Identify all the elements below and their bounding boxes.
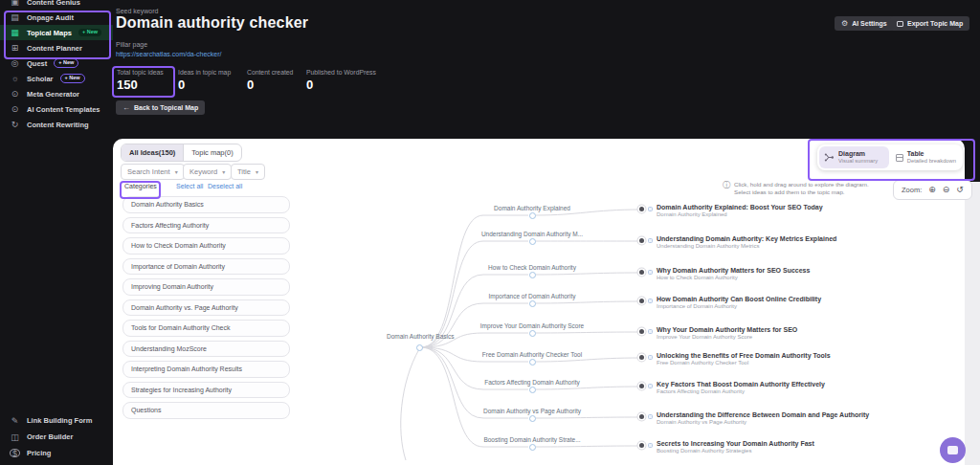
category-item-interpreting-domain-authority-results[interactable]: Interpreting Domain Authority Results bbox=[122, 361, 290, 378]
idea-title: Why Domain Authority Matters for SEO Suc… bbox=[657, 267, 810, 275]
zoom-out-icon[interactable]: ⊖ bbox=[943, 186, 950, 194]
ai-settings-button[interactable]: ⚙ AI Settings bbox=[835, 16, 894, 31]
branch-label-how-to-check-domain-authority: How to Check Domain Authority bbox=[488, 264, 576, 271]
filter-search-intent[interactable]: Search Intent ▾ bbox=[121, 164, 185, 180]
idea-add-icon[interactable] bbox=[648, 329, 653, 334]
sidebar-item-pricing[interactable]: $Pricing bbox=[0, 445, 113, 461]
idea-select-dot[interactable] bbox=[639, 414, 644, 419]
topic-idea-why-your-domain-authority-matters-for-se[interactable]: Why Your Domain Authority Matters for SE… bbox=[639, 326, 797, 342]
sidebar-item-topical-maps[interactable]: ▦Topical Maps+ New bbox=[0, 25, 113, 40]
branch-node[interactable] bbox=[529, 212, 536, 219]
category-item-questions[interactable]: Questions bbox=[122, 402, 290, 419]
idea-select-dot[interactable] bbox=[639, 443, 644, 448]
branch-label-domain-authority-explained: Domain Authority Explained bbox=[494, 205, 570, 211]
branch-node[interactable] bbox=[529, 300, 536, 307]
gear-icon: ⚙ bbox=[841, 19, 848, 28]
sidebar-item-label: Content Rewriting bbox=[27, 121, 89, 129]
diagram-hint: ⓘ Click, hold and drag around to explore… bbox=[723, 181, 869, 196]
chevron-down-icon: ▾ bbox=[175, 168, 178, 175]
chat-launcher-button[interactable] bbox=[940, 437, 966, 463]
branch-node[interactable] bbox=[529, 415, 536, 422]
chat-icon bbox=[947, 446, 958, 454]
sidebar-item-label: Content Planner bbox=[27, 44, 82, 53]
select-all-link[interactable]: Select all bbox=[176, 183, 203, 189]
category-item-improving-domain-authority[interactable]: Improving Domain Authority bbox=[122, 278, 290, 296]
idea-select-dot[interactable] bbox=[639, 299, 644, 303]
idea-add-icon[interactable] bbox=[648, 443, 653, 448]
idea-add-icon[interactable] bbox=[648, 207, 653, 211]
category-item-importance-of-domain-authority[interactable]: Importance of Domain Authority bbox=[122, 258, 290, 276]
sidebar-item-order-builder[interactable]: ◫Order Builder bbox=[0, 429, 113, 445]
idea-add-icon[interactable] bbox=[648, 299, 653, 303]
back-to-topical-map-button[interactable]: ← Back to Topical Map bbox=[116, 100, 205, 115]
branch-node[interactable] bbox=[529, 330, 536, 337]
topic-idea-how-domain-authority-can-boost-online-cr[interactable]: How Domain Authority Can Boost Online Cr… bbox=[639, 296, 821, 311]
idea-select-dot[interactable] bbox=[639, 355, 644, 360]
idea-add-icon[interactable] bbox=[648, 414, 653, 419]
topic-idea-secrets-to-increasing-your-domain-author[interactable]: Secrets to Increasing Your Domain Author… bbox=[639, 440, 814, 455]
topic-idea-unlocking-the-benefits-of-free-domain-au[interactable]: Unlocking the Benefits of Free Domain Au… bbox=[639, 352, 831, 367]
idea-select-dot[interactable] bbox=[639, 270, 644, 275]
sidebar-item-label: AI Content Templates bbox=[27, 105, 100, 114]
export-topic-map-button[interactable]: Export Topic Map bbox=[890, 16, 969, 31]
branch-node[interactable] bbox=[529, 272, 536, 278]
filter-keyword[interactable]: Keyword ▾ bbox=[183, 164, 232, 180]
categories-list: Domain Authority BasicsFactors Affecting… bbox=[122, 196, 290, 419]
branch-node[interactable] bbox=[529, 444, 536, 451]
zoom-in-icon[interactable]: ⊕ bbox=[928, 186, 936, 194]
filter-title[interactable]: Title ▾ bbox=[231, 164, 265, 180]
category-item-factors-affecting-authority[interactable]: Factors Affecting Authority bbox=[122, 217, 290, 234]
branch-node[interactable] bbox=[529, 387, 536, 393]
category-item-how-to-check-domain-authority[interactable]: How to Check Domain Authority bbox=[122, 237, 290, 255]
ai-content-templates-icon: ⊙ bbox=[10, 104, 20, 114]
idea-select-dot[interactable] bbox=[639, 238, 644, 243]
sidebar-item-scholar[interactable]: ☼Scholar+ New bbox=[0, 71, 113, 86]
branch-label-factors-affecting-domain-authority: Factors Affecting Domain Authority bbox=[484, 379, 580, 386]
zoom-reset-icon[interactable]: ↺ bbox=[956, 186, 964, 194]
pillar-page-link[interactable]: https://searchatlas.com/da-checker/ bbox=[116, 51, 222, 57]
sidebar-item-quest[interactable]: ◎Quest+ New bbox=[0, 55, 113, 71]
sidebar-item-link-building-form[interactable]: ✎Link Building Form bbox=[0, 412, 113, 429]
view-toggle: Diagram Visual summary Table Detailed br… bbox=[817, 144, 963, 170]
branch-node[interactable] bbox=[529, 238, 536, 245]
scholar-icon: ☼ bbox=[10, 74, 20, 83]
category-item-tools-for-domain-authority-check[interactable]: Tools for Domain Authority Check bbox=[122, 320, 290, 337]
idea-add-icon[interactable] bbox=[648, 355, 653, 360]
sidebar-item-content-planner[interactable]: ⊞Content Planner bbox=[0, 40, 113, 55]
topic-idea-domain-authority-explained-boost-your-se[interactable]: Domain Authority Explained: Boost Your S… bbox=[639, 204, 823, 219]
idea-add-icon[interactable] bbox=[648, 270, 653, 275]
tab-all-ideas-150[interactable]: All Ideas(150) bbox=[122, 144, 184, 161]
idea-add-icon[interactable] bbox=[648, 238, 653, 243]
stat-ideas-in-topic-map: Ideas in topic map 0 bbox=[178, 69, 231, 92]
idea-select-dot[interactable] bbox=[639, 207, 644, 211]
category-item-strategies-for-increasing-authority[interactable]: Strategies for Increasing Authority bbox=[122, 382, 290, 399]
sidebar-item-content-rewriting[interactable]: ↻Content Rewriting bbox=[0, 117, 113, 132]
idea-text: Why Your Domain Authority Matters for SE… bbox=[657, 326, 797, 342]
sidebar-item-onpage-audit[interactable]: ▤Onpage Audit bbox=[0, 10, 113, 25]
category-item-domain-authority-vs-page-authority[interactable]: Domain Authority vs. Page Authority bbox=[122, 299, 290, 317]
idea-select-dot[interactable] bbox=[639, 329, 644, 334]
category-item-understanding-mozscore[interactable]: Understanding MozScore bbox=[122, 341, 290, 358]
deselect-all-link[interactable]: Deselect all bbox=[208, 183, 242, 189]
topic-idea-key-factors-that-boost-domain-authority-[interactable]: Key Factors That Boost Domain Authority … bbox=[639, 381, 825, 396]
topic-idea-understanding-domain-authority-key-metri[interactable]: Understanding Domain Authority: Key Metr… bbox=[639, 235, 836, 251]
tab-topic-map-0[interactable]: Topic map(0) bbox=[184, 144, 240, 161]
diagram-view-button[interactable]: Diagram Visual summary bbox=[819, 146, 889, 168]
idea-subtitle: Importance of Domain Authority bbox=[657, 303, 821, 311]
sidebar-item-meta-generator[interactable]: ⊙Meta Generator bbox=[0, 86, 113, 101]
topic-idea-why-domain-authority-matters-for-seo-suc[interactable]: Why Domain Authority Matters for SEO Suc… bbox=[639, 267, 810, 282]
branch-node[interactable] bbox=[529, 359, 536, 365]
sidebar-item-ai-content-templates[interactable]: ⊙AI Content Templates bbox=[0, 101, 113, 117]
idea-select-dot[interactable] bbox=[639, 384, 644, 388]
idea-add-icon[interactable] bbox=[648, 384, 653, 388]
idea-subtitle: Boosting Domain Authority Strategies bbox=[657, 448, 814, 455]
table-view-button[interactable]: Table Detailed breakdown bbox=[891, 146, 961, 168]
category-item-domain-authority-basics[interactable]: Domain Authority Basics bbox=[122, 196, 290, 213]
idea-subtitle: Domain Authority vs Page Authority bbox=[657, 419, 869, 427]
branch-label-free-domain-authority-checker-tool: Free Domain Authority Checker Tool bbox=[482, 351, 582, 358]
sidebar-item-label: Topical Maps bbox=[27, 29, 72, 37]
topical-maps-icon: ▦ bbox=[10, 28, 20, 37]
sidebar-item-content-genius[interactable]: ▣Content Genius bbox=[0, 0, 113, 10]
topic-idea-understanding-the-difference-between-dom[interactable]: Understanding the Difference Between Dom… bbox=[639, 411, 869, 427]
diagram-root-node[interactable] bbox=[416, 344, 423, 351]
